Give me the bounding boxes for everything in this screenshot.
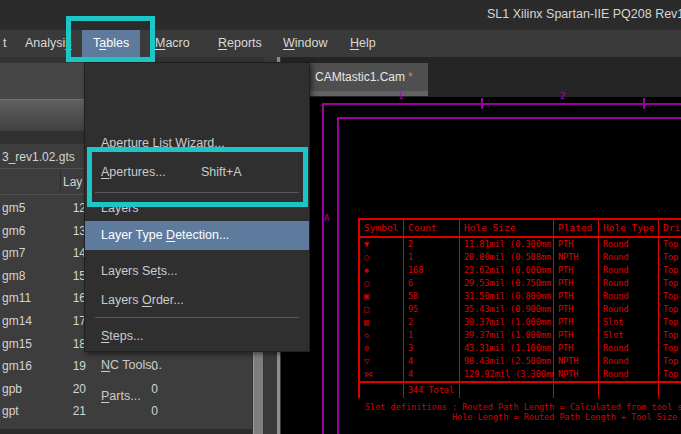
column-divider xyxy=(60,170,61,193)
drill-table-cell: Round xyxy=(599,355,659,368)
drill-table-cell: Top L xyxy=(659,342,681,355)
drill-table-cell: ◇ xyxy=(360,329,404,342)
drill-table-cell: PTH xyxy=(554,342,599,355)
drill-table-cell: PTH xyxy=(554,303,599,316)
layer-name: gm6 xyxy=(2,220,25,242)
menu-item-layers-sets[interactable]: Layers Sets... xyxy=(85,257,309,286)
drill-table-row: ⋈4129.92mil (3.300mm)NPTHRoundTop L xyxy=(360,368,681,381)
drill-table-cell: Dril xyxy=(659,220,681,236)
drill-table-cell: Top L xyxy=(659,316,681,329)
drill-table-row: ○120.00mil (0.508mm)NPTHRoundTop L xyxy=(360,251,681,264)
drill-table-cell: Slot xyxy=(599,329,659,342)
drill-table-cell: PTH xyxy=(554,277,599,290)
drill-table-cell: Round xyxy=(599,238,659,251)
drill-table-total-row: 344 Total xyxy=(360,381,681,398)
ruler-label-1: 1 xyxy=(398,91,403,101)
layer-name: gm15 xyxy=(2,333,32,355)
drill-table-cell xyxy=(599,383,659,398)
drill-table-cell: Round xyxy=(599,277,659,290)
drill-table-cell: 43.31mil (1.100mm) xyxy=(460,342,554,355)
tab-label: CAMtastic1.Cam xyxy=(315,70,405,84)
layer-name: gpb xyxy=(2,378,22,400)
drill-table-cell: Top L xyxy=(659,368,681,381)
drill-table-header-row: SymbolCountHole SizePlatedHole TypeDril xyxy=(360,220,681,238)
menu-item-analysis[interactable]: Analysis xyxy=(25,30,72,57)
drill-table-cell: Hole Type xyxy=(599,220,659,236)
ruler-label-a: A xyxy=(324,213,329,223)
board-outline-left xyxy=(337,117,339,434)
ruler-v-line xyxy=(322,103,324,434)
drill-table-cell: Round xyxy=(599,251,659,264)
menu-item-help[interactable]: Help xyxy=(350,30,376,57)
menu-item-nc-tools[interactable]: NC Tools... xyxy=(85,351,309,380)
menu-item-layer-type-detection[interactable]: Layer Type Detection... xyxy=(85,221,309,250)
layer-number: 15 xyxy=(38,265,86,287)
drill-table-cell: 344 Total xyxy=(404,383,460,398)
layer-number: 13 xyxy=(38,220,86,242)
menu-item-parts[interactable]: Parts... xyxy=(85,382,309,411)
drill-table-cell: 29.53mil (0.750mm) xyxy=(460,277,554,290)
drill-table-cell: 39.37mil (1.000mm) xyxy=(460,329,554,342)
drill-table-cell: 58 xyxy=(404,290,460,303)
drill-table-cell: 35.43mil (0.900mm) xyxy=(460,303,554,316)
drill-table-cell: PTH xyxy=(554,264,599,277)
drill-table-cell: ▽ xyxy=(360,355,404,368)
drill-table-cell: Count xyxy=(404,220,460,236)
menu-item-reports[interactable]: Reports xyxy=(218,30,262,57)
drill-table-cell: ⋈ xyxy=(360,368,404,381)
layer-number: 19 xyxy=(38,355,86,377)
drill-table-cell: 2 xyxy=(404,238,460,251)
hole-length-note: Hole Length = Routed Path Length + Tool … xyxy=(452,412,681,422)
menu-item-layers-order[interactable]: Layers Order... xyxy=(85,286,309,315)
drill-table-cell: ▨ xyxy=(360,316,404,329)
drill-table-cell: 2 xyxy=(404,316,460,329)
drill-table-row: ▣5831.50mil (0.800mm)PTHRoundTop L xyxy=(360,290,681,303)
window-title: SL1 Xilinx Spartan-IIE PQ208 Rev1.02.P xyxy=(487,7,681,21)
document-tab[interactable]: CAMtastic1.Cam* xyxy=(306,63,428,91)
menu-item-window[interactable]: Window xyxy=(283,30,327,57)
drill-table-cell: ⊙ xyxy=(360,342,404,355)
menu-item-t[interactable]: t xyxy=(3,30,6,57)
drill-table-cell: Top L xyxy=(659,264,681,277)
drill-table-row: ▽498.43mil (2.500mm)NPTHRoundTop L xyxy=(360,355,681,368)
drill-table-cell: Round xyxy=(599,264,659,277)
layer-name: gm5 xyxy=(2,197,25,219)
selected-file-label[interactable]: 3_rev1.02.gts xyxy=(2,146,75,168)
drill-table-cell xyxy=(659,383,681,398)
drill-table-row: □9535.43mil (0.900mm)PTHRoundTop L xyxy=(360,303,681,316)
drill-table-cell: PTH xyxy=(554,329,599,342)
document-tab-bar: CAMtastic1.Cam* xyxy=(281,57,681,97)
layer-number: 12 xyxy=(38,197,86,219)
drill-table-cell: Hole Size xyxy=(460,220,554,236)
column-header-layer[interactable]: Lay xyxy=(63,171,82,193)
menu-item-macro[interactable]: Macro xyxy=(155,30,190,57)
tab-modified-asterisk: * xyxy=(405,70,413,84)
drill-table-cell: 20.00mil (0.508mm) xyxy=(460,251,554,264)
panel-gradient-button[interactable] xyxy=(0,99,84,132)
drill-table-cell: NPTH xyxy=(554,355,599,368)
drill-table-cell: Symbol xyxy=(360,220,404,236)
layer-number: 18 xyxy=(38,333,86,355)
drill-table-cell: ◯ xyxy=(360,277,404,290)
drill-table-cell: 4 xyxy=(404,368,460,381)
ruler-h-line xyxy=(322,103,681,105)
cam-workspace[interactable]: CAMtastic1.Cam* 1 2 A SymbolCountHole Si… xyxy=(281,57,681,434)
layer-number: 16 xyxy=(38,287,86,309)
active-tab-underline xyxy=(306,91,428,96)
layer-number: 14 xyxy=(38,242,86,264)
drill-table-cell: Top L xyxy=(659,355,681,368)
board-outline-top xyxy=(337,117,681,119)
drill-table-cell: ○ xyxy=(360,251,404,264)
drill-table-row: ⊙343.31mil (1.100mm)PTHRoundTop L xyxy=(360,342,681,355)
ruler-tick xyxy=(481,98,483,109)
drill-table-cell: 95 xyxy=(404,303,460,316)
annotation-box-layer-type-detection xyxy=(87,147,308,207)
drill-table-cell: ▣ xyxy=(360,290,404,303)
layer-name: gm7 xyxy=(2,242,25,264)
drill-table-cell: 168 xyxy=(404,264,460,277)
drill-table-cell: 6 xyxy=(404,277,460,290)
menu-item-steps[interactable]: Steps... xyxy=(85,322,309,351)
panel-bottom-strip xyxy=(0,429,252,434)
drill-table-cell: 98.43mil (2.500mm) xyxy=(460,355,554,368)
drill-table-cell xyxy=(460,383,554,398)
